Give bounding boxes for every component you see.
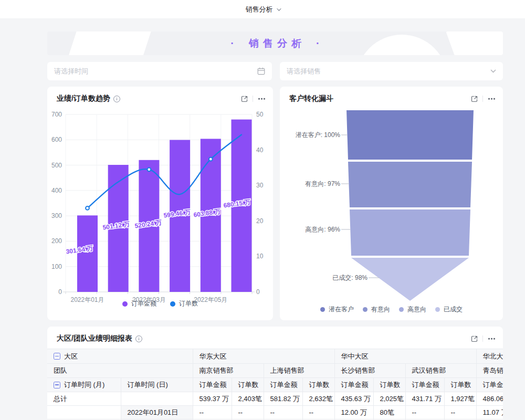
time-month-header: 订单时间 (月): [47, 378, 121, 392]
measure-header-cell: 订单金额: [334, 378, 373, 392]
table-row: 团队南京销售部上海销售部长沙销售部武汉销售部青岛销售部: [47, 364, 503, 378]
trend-legend-item[interactable]: 订单数: [170, 299, 198, 308]
expand-icon[interactable]: [471, 335, 478, 342]
trend-chart-card: 业绩/订单数趋势 0100200300400500600700010203040…: [47, 87, 273, 320]
trend-legend-item[interactable]: 订单金额: [122, 299, 156, 308]
table-row: 大区华东大区华中大区华北大区: [47, 349, 503, 364]
value-cell: 2,025笔: [373, 392, 405, 406]
table-row: 订单时间 (月)订单时间 (日)订单金额订单数订单金额订单数订单金额订单数订单金…: [47, 378, 503, 392]
expand-icon[interactable]: [471, 96, 478, 102]
legend-dot-icon: [320, 307, 325, 312]
info-icon[interactable]: [113, 96, 120, 102]
page-title: 销售分析: [245, 37, 306, 50]
more-icon[interactable]: [488, 335, 496, 342]
team-header-cell: 上海销售部: [264, 364, 334, 378]
chevron-down-icon[interactable]: [277, 6, 281, 10]
value-cell: 11.07 万: [476, 406, 503, 419]
icon-divider: [253, 96, 253, 102]
value-cell: 12.00 万: [334, 406, 373, 419]
svg-text:700: 700: [51, 111, 62, 118]
value-cell: 80笔: [373, 406, 405, 419]
svg-text:30: 30: [256, 182, 264, 189]
measure-header-cell: 订单数: [373, 378, 405, 392]
measure-header-cell: 订单数: [302, 378, 334, 392]
more-icon[interactable]: [488, 95, 496, 102]
svg-text:10: 10: [256, 253, 264, 260]
svg-text:有意向: 97%: 有意向: 97%: [304, 180, 340, 187]
more-icon[interactable]: [258, 95, 266, 102]
measure-header-cell: 订单数: [444, 378, 476, 392]
expand-icon[interactable]: [241, 96, 248, 102]
funnel-chart-title: 客户转化漏斗: [289, 94, 333, 103]
measure-header-cell: 订单数: [232, 378, 264, 392]
legend-dot-icon: [170, 301, 175, 307]
value-cell: --: [405, 406, 444, 419]
info-icon[interactable]: [135, 335, 142, 342]
team-row-header: 团队: [47, 364, 193, 378]
funnel-legend-item[interactable]: 高意向: [399, 305, 426, 314]
charts-row: 业绩/订单数趋势 0100200300400500600700010203040…: [47, 87, 503, 320]
team-header-cell: 青岛销售部: [476, 364, 503, 378]
filter-row: [47, 62, 503, 80]
collapse-icon[interactable]: [54, 353, 60, 360]
team-header-cell: 长沙销售部: [334, 364, 405, 378]
value-cell: --: [193, 406, 232, 419]
funnel-chart-legend: 潜在客户有意向高意向已成交: [280, 305, 503, 314]
funnel-legend-item[interactable]: 已成交: [435, 305, 463, 314]
svg-text:300: 300: [51, 212, 62, 219]
table-row: 总计539.37 万2,403笔581.82 万2,632笔435.63 万2,…: [47, 392, 503, 406]
trend-chart: 010020030040050060070001020304050301.64 …: [47, 87, 273, 320]
value-cell: --: [232, 406, 264, 419]
team-header-cell: 武汉销售部: [405, 364, 476, 378]
value-cell: 431.71 万: [405, 392, 444, 406]
value-cell: --: [444, 406, 476, 419]
funnel-legend-item[interactable]: 有意向: [363, 305, 390, 314]
measure-header-cell: 订单金额: [264, 378, 302, 392]
svg-text:500: 500: [51, 162, 62, 169]
value-cell: 435.63 万: [334, 392, 373, 406]
measure-header-cell: 订单金额: [405, 378, 444, 392]
report-table-wrap[interactable]: 大区华东大区华中大区华北大区团队南京销售部上海销售部长沙销售部武汉销售部青岛销售…: [47, 349, 503, 420]
legend-dot-icon: [435, 307, 440, 312]
value-cell: --: [264, 406, 302, 419]
svg-text:0: 0: [256, 288, 260, 296]
svg-text:100: 100: [51, 263, 62, 270]
legend-dot-icon: [399, 307, 404, 312]
funnel-legend-item[interactable]: 潜在客户: [320, 305, 354, 314]
value-cell: 2,403笔: [232, 392, 264, 406]
svg-text:200: 200: [51, 237, 62, 245]
funnel-chart-card: 客户转化漏斗 潜在客户: 100%有意向: 97%高意向: 96%已成交: 98…: [280, 87, 503, 320]
value-cell: 486.06 万: [476, 392, 503, 406]
svg-text:0: 0: [58, 288, 62, 296]
month-cell: [47, 406, 121, 419]
sales-filter[interactable]: [280, 62, 503, 80]
calendar-icon[interactable]: [257, 67, 265, 75]
report-table-title: 大区/团队业绩明细报表: [57, 334, 132, 343]
day-cell: [121, 392, 193, 406]
svg-text:50: 50: [256, 111, 264, 118]
team-header-cell: 南京销售部: [193, 364, 264, 378]
value-cell: --: [302, 406, 334, 419]
value-cell: 1,927笔: [444, 392, 476, 406]
collapse-icon[interactable]: [54, 382, 60, 388]
svg-text:600: 600: [51, 136, 62, 143]
chevron-down-icon[interactable]: [490, 69, 496, 73]
legend-dot-icon: [363, 307, 368, 312]
main-content: · 销售分析 · 业绩/订单数趋势: [47, 32, 503, 420]
sales-filter-input[interactable]: [287, 67, 490, 75]
trend-chart-legend: 订单金额订单数: [47, 299, 273, 308]
svg-text:已成交: 98%: 已成交: 98%: [332, 274, 368, 281]
svg-text:40: 40: [256, 146, 264, 154]
measure-header-cell: 订单金额: [193, 378, 232, 392]
time-filter[interactable]: [47, 62, 272, 80]
svg-text:20: 20: [256, 217, 264, 225]
banner-dot-right: ·: [316, 37, 320, 49]
value-cell: 539.37 万: [193, 392, 232, 406]
region-header-cell: 华中大区: [334, 349, 476, 364]
day-cell: 2022年01月01日: [121, 406, 193, 419]
time-filter-input[interactable]: [54, 67, 257, 75]
region-header-cell: 华北大区: [476, 349, 503, 364]
icon-divider: [482, 335, 483, 342]
legend-dot-icon: [122, 301, 128, 307]
dashboard-switcher[interactable]: 销售分析: [246, 5, 273, 14]
